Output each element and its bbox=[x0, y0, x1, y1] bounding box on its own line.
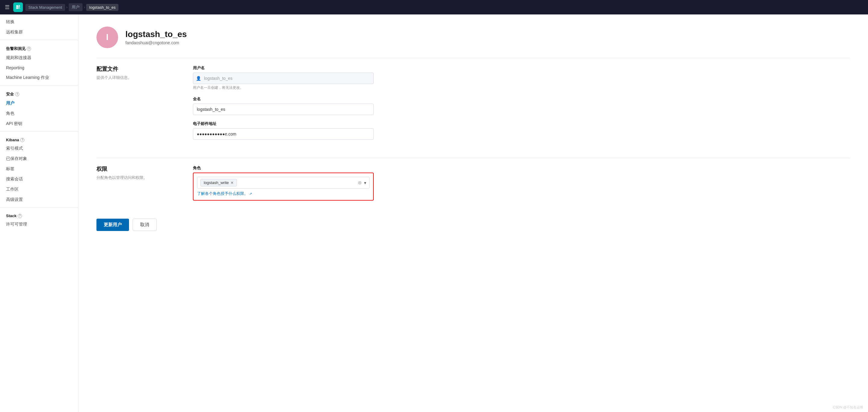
sidebar-section-stack: Stack ? bbox=[0, 210, 78, 219]
user-header: l logstash_to_es fandaoshuai@cngotone.co… bbox=[96, 27, 850, 48]
breadcrumb-current-user: logstash_to_es bbox=[86, 4, 119, 11]
form-actions: 更新用户 取消 bbox=[96, 219, 850, 231]
profile-title: 配置文件 bbox=[96, 65, 181, 73]
roles-field-wrapper: logstash_write ✕ ⊗ ▾ 了解各个角色授予什么权限。 ↗ bbox=[193, 173, 374, 201]
roles-field-group: 角色 logstash_write ✕ ⊗ ▾ bbox=[193, 165, 374, 201]
sidebar-divider-3 bbox=[0, 131, 78, 132]
avatar: l bbox=[96, 27, 118, 48]
email-label: 电子邮件地址 bbox=[193, 121, 374, 127]
sidebar-item-users[interactable]: 用户 bbox=[0, 98, 78, 108]
header-divider bbox=[96, 58, 850, 58]
permissions-description: 分配角色以管理访问和权限。 bbox=[96, 175, 181, 180]
sidebar-item-roles[interactable]: 角色 bbox=[0, 108, 78, 119]
sidebar-item-转换[interactable]: 转换 bbox=[0, 17, 78, 27]
user-email-display: fandaoshuai@cngotone.com bbox=[125, 40, 187, 45]
roles-learn-more-link[interactable]: 了解各个角色授予什么权限。 ↗ bbox=[197, 191, 370, 196]
sidebar-item-远程集群[interactable]: 远程集群 bbox=[0, 27, 78, 37]
sidebar: 转换 远程集群 告警和洞见 ? 规则和连接器 Reporting Machine… bbox=[0, 14, 79, 412]
hamburger-menu[interactable]: ☰ bbox=[4, 3, 11, 12]
role-tag-logstash-write: logstash_write ✕ bbox=[200, 179, 237, 186]
update-user-button[interactable]: 更新用户 bbox=[96, 219, 129, 231]
username-hint: 用户名一旦创建，将无法更改。 bbox=[193, 85, 374, 90]
topbar: ☰ 默 Stack Management › 用户 › logstash_to_… bbox=[0, 0, 868, 14]
fullname-label: 全名 bbox=[193, 96, 374, 102]
cancel-button[interactable]: 取消 bbox=[133, 219, 157, 231]
stack-help-icon[interactable]: ? bbox=[18, 214, 22, 218]
external-link-icon: ↗ bbox=[249, 192, 252, 196]
role-link-text: 了解各个角色授予什么权限。 bbox=[197, 191, 248, 196]
layout: 转换 远程集群 告警和洞见 ? 规则和连接器 Reporting Machine… bbox=[0, 14, 868, 412]
username-field-group: 用户名 用户名一旦创建，将无法更改。 bbox=[193, 65, 374, 90]
sidebar-item-license[interactable]: 许可可管理 bbox=[0, 219, 78, 230]
sidebar-item-规则和连接器[interactable]: 规则和连接器 bbox=[0, 53, 78, 63]
sidebar-section-alerts: 告警和洞见 ? bbox=[0, 42, 78, 53]
sidebar-item-saved-objects[interactable]: 已保存对象 bbox=[0, 153, 78, 164]
kibana-help-icon[interactable]: ? bbox=[20, 138, 24, 142]
breadcrumb-users[interactable]: 用户 bbox=[69, 3, 83, 11]
profile-section: 配置文件 提供个人详细信息。 用户名 用户名一旦创建，将无法更改。 全名 bbox=[96, 65, 850, 146]
role-tag-remove-button[interactable]: ✕ bbox=[230, 181, 234, 185]
footer-watermark: CSDN @不知名运维 bbox=[833, 405, 863, 410]
user-info: logstash_to_es fandaoshuai@cngotone.com bbox=[125, 30, 187, 45]
sidebar-item-workspaces[interactable]: 工作区 bbox=[0, 184, 78, 195]
sidebar-item-api-keys[interactable]: API 密钥 bbox=[0, 119, 78, 129]
sidebar-item-advanced-settings[interactable]: 高级设置 bbox=[0, 195, 78, 205]
breadcrumb-sep-2: › bbox=[84, 5, 85, 9]
sidebar-section-kibana: Kibana ? bbox=[0, 134, 78, 143]
fullname-field-group: 全名 bbox=[193, 96, 374, 115]
profile-section-label: 配置文件 提供个人详细信息。 bbox=[96, 65, 181, 146]
email-input[interactable] bbox=[193, 128, 374, 140]
breadcrumb-stack-management[interactable]: Stack Management bbox=[25, 4, 65, 11]
username-input[interactable] bbox=[193, 73, 374, 84]
sidebar-item-search-sessions[interactable]: 搜索会话 bbox=[0, 174, 78, 184]
sidebar-divider-1 bbox=[0, 40, 78, 40]
sidebar-item-reporting[interactable]: Reporting bbox=[0, 63, 78, 73]
role-tag-label: logstash_write bbox=[204, 180, 229, 185]
sidebar-section-security: 安全 ? bbox=[0, 88, 78, 98]
security-help-icon[interactable]: ? bbox=[15, 92, 19, 96]
sidebar-item-tags[interactable]: 标签 bbox=[0, 164, 78, 174]
sidebar-item-ml作业[interactable]: Machine Learning 作业 bbox=[0, 73, 78, 83]
user-name-heading: logstash_to_es bbox=[125, 30, 187, 39]
profile-fields: 用户名 用户名一旦创建，将无法更改。 全名 电子邮件地址 bbox=[193, 65, 374, 146]
permissions-section-label: 权限 分配角色以管理访问和权限。 bbox=[96, 165, 181, 207]
username-label: 用户名 bbox=[193, 65, 374, 71]
sidebar-divider-2 bbox=[0, 85, 78, 85]
permissions-title: 权限 bbox=[96, 165, 181, 173]
breadcrumb: Stack Management › 用户 › logstash_to_es bbox=[25, 3, 119, 11]
permissions-fields: 角色 logstash_write ✕ ⊗ ▾ bbox=[193, 165, 374, 207]
main-content: l logstash_to_es fandaoshuai@cngotone.co… bbox=[79, 14, 868, 412]
role-field-controls: ⊗ ▾ bbox=[358, 180, 366, 185]
sidebar-item-index-patterns[interactable]: 索引模式 bbox=[0, 143, 78, 153]
email-field-group: 电子邮件地址 bbox=[193, 121, 374, 140]
roles-label: 角色 bbox=[193, 165, 374, 171]
sections-divider bbox=[96, 158, 850, 158]
alerts-help-icon[interactable]: ? bbox=[27, 47, 31, 51]
roles-expand-button[interactable]: ▾ bbox=[364, 180, 366, 185]
roles-field-inner[interactable]: logstash_write ✕ ⊗ ▾ bbox=[197, 177, 370, 188]
profile-description: 提供个人详细信息。 bbox=[96, 75, 181, 80]
breadcrumb-sep-1: › bbox=[66, 5, 67, 9]
permissions-section: 权限 分配角色以管理访问和权限。 角色 logstash_write ✕ ⊗ bbox=[96, 165, 850, 207]
app-logo: 默 bbox=[13, 2, 23, 12]
username-input-wrapper bbox=[193, 73, 374, 84]
fullname-input[interactable] bbox=[193, 104, 374, 115]
roles-clear-button[interactable]: ⊗ bbox=[358, 180, 362, 185]
